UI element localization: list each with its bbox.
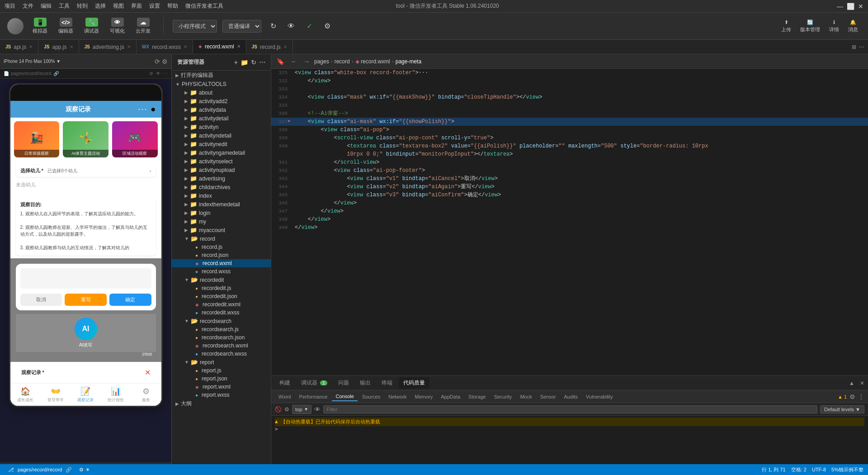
upload-btn[interactable]: ⬆ 上传	[778, 18, 794, 35]
compile-select[interactable]: 普通编译	[222, 20, 261, 33]
devtools-sub-storage[interactable]: Storage	[465, 393, 490, 401]
settings-gear-btn[interactable]: ⚙	[321, 20, 334, 33]
collapse-btn[interactable]: ⋯	[259, 59, 265, 66]
phone-ai-textarea[interactable]	[20, 268, 151, 289]
console-prompt[interactable]: >	[275, 426, 864, 432]
more-sm-icon[interactable]: ⋯	[163, 71, 168, 76]
close-tab-app[interactable]: ✕	[70, 44, 73, 49]
breadcrumb-record-folder[interactable]: record	[335, 58, 350, 65]
details-btn[interactable]: ℹ 详情	[826, 18, 842, 35]
folder-recordedit[interactable]: 📂 recordedit	[172, 276, 271, 284]
preview-btn[interactable]: 👁	[285, 20, 297, 33]
menu-item-select[interactable]: 选择	[95, 2, 106, 10]
tab-record-js[interactable]: JS record.js ✕	[246, 40, 293, 54]
devtools-settings-btn[interactable]: ⚙	[849, 393, 855, 400]
folder-my[interactable]: 📁 my	[172, 217, 271, 226]
folder-indexthemedetail[interactable]: 📁 indexthemedetail	[172, 200, 271, 209]
devtools-sub-sensor[interactable]: Sensor	[537, 393, 560, 401]
visual-btn[interactable]: 👁 可视化	[106, 16, 128, 36]
devtools-sub-network[interactable]: Network	[385, 393, 410, 401]
back-btn[interactable]: ←	[289, 57, 299, 66]
file-record-wxml[interactable]: ◈ record.wxml	[172, 259, 271, 267]
folder-myaccount[interactable]: 📁 myaccount	[172, 226, 271, 234]
eye-filter-btn[interactable]: 👁	[314, 406, 321, 413]
devtools-sub-console[interactable]: Console	[332, 392, 357, 401]
file-report-js[interactable]: ● report.js	[172, 366, 271, 375]
mode-select[interactable]: 小程序模式	[173, 20, 217, 33]
phone-menu-icon[interactable]: ···	[138, 104, 147, 114]
editor-btn[interactable]: </> 编辑器	[55, 16, 77, 36]
folder-activitydetail[interactable]: 📁 activitydetail	[172, 114, 271, 123]
devtools-tab-issues[interactable]: 问题	[334, 377, 354, 389]
menu-item-view[interactable]: 视图	[113, 2, 124, 10]
menu-item-tool[interactable]: 工具	[59, 2, 70, 10]
code-editor[interactable]: 325 <view class="white-box record-footer…	[271, 69, 868, 375]
nav-report[interactable]: 📊 统计报告	[101, 384, 131, 406]
breadcrumb-symbol[interactable]: page-meta	[396, 58, 421, 65]
close-tab-advertising[interactable]: ✕	[127, 44, 131, 49]
devtools-tab-debugger[interactable]: 调试器 1	[297, 377, 332, 389]
tab-record-wxss[interactable]: WX record.wxss ✕	[137, 40, 193, 54]
file-recordedit-js[interactable]: ● recordedit.js	[172, 284, 271, 292]
phone-thumb-daily[interactable]: 🚂 日常班级观察	[14, 121, 60, 157]
devtools-sub-sources[interactable]: Sources	[359, 393, 384, 401]
simulator-btn[interactable]: 📱 模拟器	[29, 16, 51, 36]
phone-ai-circle[interactable]: AI	[75, 318, 97, 340]
outline-section[interactable]: 大纲	[172, 399, 271, 408]
file-record-json[interactable]: ● record.json	[172, 251, 271, 259]
file-report-wxml[interactable]: ◈ report.wxml	[172, 383, 271, 391]
console-settings-btn[interactable]: ⚙	[284, 406, 289, 413]
gear-sm-icon[interactable]: ⚙	[149, 71, 153, 76]
menu-item-help[interactable]: 帮助	[167, 2, 178, 10]
menu-item-interface[interactable]: 界面	[131, 2, 142, 10]
nav-service[interactable]: ⚙ 服务	[131, 384, 161, 406]
close-tab-record-js[interactable]: ✕	[283, 44, 287, 49]
folder-about[interactable]: 📁 about	[172, 88, 271, 97]
phone-confirm-btn[interactable]: 确定	[109, 294, 151, 306]
file-recordedit-wxml[interactable]: ◈ recordedit.wxml	[172, 300, 271, 309]
devtools-sub-security[interactable]: Security	[491, 393, 516, 401]
folder-activitynselect[interactable]: 📁 activitynselect	[172, 157, 271, 166]
tab-advertising-js[interactable]: JS advertising.js ✕	[79, 40, 137, 54]
devtools-sub-appdata[interactable]: AppData	[437, 393, 464, 401]
folder-activitynedit[interactable]: 📁 activitynedit	[172, 140, 271, 148]
folder-login[interactable]: 📁 login	[172, 209, 271, 217]
menu-item-wechat[interactable]: 微信开发者工具	[185, 2, 223, 10]
nav-mentor[interactable]: 👐 督导带手	[40, 384, 71, 406]
new-folder-btn[interactable]: 📁	[241, 59, 248, 66]
devtools-tab-quality[interactable]: 代码质量	[399, 377, 429, 389]
devtools-sub-wxml[interactable]: Wxml	[275, 393, 295, 401]
phone-thumb-sport[interactable]: 🤸 AI体育主题活动	[63, 121, 108, 157]
folder-report[interactable]: 📂 report	[172, 358, 271, 366]
physicaltools-root[interactable]: PHYSICALTOOLS	[172, 80, 271, 88]
phone-rewrite-btn[interactable]: 重写	[65, 294, 107, 306]
cloud-btn[interactable]: ☁ 云开发	[132, 16, 154, 36]
open-editors-section[interactable]: 打开的编辑器	[172, 71, 271, 80]
message-btn[interactable]: 🔔 消息	[845, 18, 861, 35]
close-tab-record-wxml[interactable]: ✕	[237, 44, 241, 49]
devtools-expand-btn[interactable]: ▲	[849, 380, 854, 386]
menu-item-file[interactable]: 文件	[23, 2, 33, 10]
levels-dropdown[interactable]: Default levels ▼	[820, 405, 864, 413]
eye-sm-icon[interactable]: 👁	[156, 71, 160, 76]
phone-settings-icon[interactable]: ⚙	[162, 58, 168, 65]
console-filter-input[interactable]	[323, 405, 817, 413]
version-btn[interactable]: 🔄 版本管理	[797, 18, 823, 35]
folder-record[interactable]: 📂 record	[172, 234, 271, 243]
breadcrumb-file[interactable]: ◈ record.wxml	[355, 58, 390, 65]
split-editor-btn[interactable]: ⊞	[852, 44, 856, 50]
nav-growth[interactable]: 🏠 成长成长	[10, 384, 41, 406]
folder-recordsearch[interactable]: 📂 recordsearch	[172, 317, 271, 325]
menu-item-goto[interactable]: 转到	[77, 2, 88, 10]
more-tabs-btn[interactable]: ⋯	[859, 44, 864, 50]
devtools-more-btn[interactable]: ⋮	[858, 393, 864, 400]
tab-app-js[interactable]: JS app.js ✕	[38, 40, 79, 54]
devtools-sub-vulnerability[interactable]: Vulnerability	[582, 393, 617, 401]
devtools-sub-memory[interactable]: Memory	[411, 393, 437, 401]
menu-item-settings[interactable]: 设置	[149, 2, 160, 10]
close-tab-record-wxss[interactable]: ✕	[184, 44, 187, 49]
devtools-sub-performance[interactable]: Performance	[296, 393, 331, 401]
devtools-close-icon[interactable]: ✕	[860, 380, 864, 386]
file-recordsearch-wxml[interactable]: ◈ recordsearch.wxml	[172, 342, 271, 350]
tab-api-js[interactable]: JS api.js ✕	[0, 40, 38, 54]
